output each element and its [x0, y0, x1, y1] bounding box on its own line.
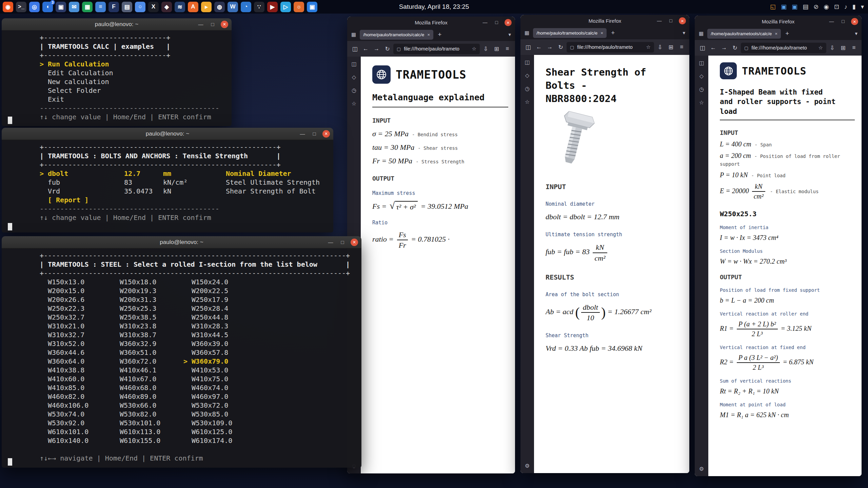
steel-section-option[interactable]: >W360x79.0: [183, 357, 255, 366]
firefox-titlebar[interactable]: Mozilla Firefox — □ ×: [520, 15, 689, 26]
tray-icon[interactable]: ⊘: [813, 3, 818, 11]
steel-section-option[interactable]: W200x22.5: [183, 286, 255, 295]
parameter-row[interactable]: fub 83 kN/cm² Steel Ultimate Strength: [40, 178, 333, 187]
steel-section-option[interactable]: W530x82.0: [112, 410, 183, 419]
tray-icon[interactable]: ◉: [824, 3, 829, 11]
downloads-icon[interactable]: ⇩: [481, 45, 491, 53]
firefox-view-icon[interactable]: ▦: [523, 30, 531, 36]
steel-section-option[interactable]: W250x28.4: [183, 304, 255, 313]
sidebar-toggle-icon[interactable]: ◫: [523, 44, 533, 51]
steel-section-option[interactable]: W360x57.8: [183, 348, 255, 357]
launcher-icon[interactable]: >_: [16, 2, 26, 12]
menu-item[interactable]: Select Folder: [40, 86, 232, 95]
steel-section-option[interactable]: W360x64.0: [40, 357, 112, 366]
steel-section-option[interactable]: W460x82.0: [40, 392, 112, 401]
maximize-button[interactable]: □: [209, 21, 216, 28]
sidebar-panel-icon[interactable]: ◫: [699, 60, 704, 66]
steel-section-option[interactable]: W150x18.0: [112, 278, 183, 286]
launcher-icon[interactable]: ◔: [241, 2, 251, 12]
steel-section-option[interactable]: W530x101.0: [112, 419, 183, 427]
sidebar-panel-icon[interactable]: ◫: [525, 59, 530, 65]
steel-section-option[interactable]: W310x21.0: [40, 322, 112, 330]
extensions-icon[interactable]: ⊞: [666, 44, 676, 51]
clock[interactable]: Saturday, April 18, 23:25: [399, 3, 469, 11]
launcher-icon[interactable]: ▤: [122, 2, 132, 12]
bookmark-star-icon[interactable]: ☆: [472, 46, 476, 52]
launcher-icon[interactable]: X: [148, 2, 159, 12]
launcher-icon[interactable]: ◆: [161, 2, 172, 12]
menu-item[interactable]: Exit: [40, 95, 232, 104]
close-button[interactable]: ×: [351, 239, 358, 246]
launcher-icon[interactable]: ▶: [267, 2, 278, 12]
steel-section-option[interactable]: W360x32.9: [112, 339, 183, 348]
terminal-titlebar[interactable]: paulo@lenovo: ~ — □ ×: [2, 18, 232, 30]
steel-section-option[interactable]: W410x46.1: [112, 366, 183, 374]
ai-chat-icon[interactable]: ◇: [352, 74, 356, 80]
launcher-icon[interactable]: W: [228, 2, 238, 12]
tray-icon[interactable]: ⊡: [834, 3, 839, 11]
steel-section-option[interactable]: W150x24.0: [183, 278, 255, 286]
minimize-button[interactable]: —: [828, 18, 835, 25]
maximize-button[interactable]: □: [339, 239, 346, 246]
launcher-icon[interactable]: ▣: [307, 2, 317, 12]
minimize-button[interactable]: —: [481, 19, 489, 26]
tab-list-chevron-icon[interactable]: ▾: [855, 30, 859, 37]
launcher-icon[interactable]: ▷: [280, 2, 291, 12]
steel-section-option[interactable]: W610x125.0: [183, 427, 255, 436]
bookmark-star-icon[interactable]: ☆: [646, 44, 651, 50]
maximize-button[interactable]: □: [493, 19, 500, 26]
menu-icon[interactable]: ≡: [849, 44, 859, 51]
steel-section-option[interactable]: W310x23.8: [112, 322, 183, 330]
menu-item[interactable]: New calculation: [40, 77, 232, 86]
url-text[interactable]: file:///home/paulo/trameto: [404, 46, 469, 52]
forward-icon[interactable]: →: [719, 44, 729, 51]
minimize-button[interactable]: —: [656, 17, 663, 24]
settings-gear-icon[interactable]: ⚙: [699, 466, 704, 472]
steel-section-option[interactable]: W250x25.3: [112, 304, 183, 313]
tab-close-icon[interactable]: ×: [427, 32, 430, 37]
tray-icon[interactable]: ▣: [781, 3, 787, 11]
extensions-icon[interactable]: ⊞: [838, 44, 848, 52]
steel-section-option[interactable]: W200x26.6: [40, 295, 112, 304]
steel-section-option[interactable]: W200x19.3: [112, 286, 183, 295]
steel-section-option[interactable]: W310x28.3: [183, 322, 255, 330]
steel-section-option[interactable]: W250x22.3: [40, 304, 112, 313]
minimize-button[interactable]: —: [197, 21, 204, 28]
new-tab-button[interactable]: +: [609, 29, 617, 37]
tray-icon[interactable]: ◱: [770, 3, 776, 11]
close-button[interactable]: ×: [851, 18, 858, 25]
steel-section-option[interactable]: W310x32.7: [40, 330, 112, 339]
tab-list-chevron-icon[interactable]: ▾: [508, 32, 512, 38]
launcher-icon[interactable]: ○: [135, 2, 145, 12]
launcher-icon[interactable]: ≋: [175, 2, 185, 12]
steel-section-option[interactable]: W410x85.0: [40, 383, 112, 392]
launcher-icon[interactable]: ≡: [95, 2, 106, 12]
steel-section-option[interactable]: W460x97.0: [183, 392, 255, 401]
history-icon[interactable]: ◷: [352, 87, 356, 94]
steel-section-option[interactable]: W410x67.0: [112, 374, 183, 383]
steel-section-option[interactable]: W200x15.0: [40, 286, 112, 295]
launcher-icon[interactable]: ▣: [56, 2, 66, 12]
reload-icon[interactable]: ↻: [382, 45, 392, 53]
close-button[interactable]: ×: [505, 19, 512, 26]
terminal-content[interactable]: +---------------------------------------…: [2, 248, 361, 468]
url-bar[interactable]: ▢ file:///home/paulo/trameto ☆: [741, 43, 826, 53]
bookmark-star-icon[interactable]: ☆: [818, 45, 823, 51]
close-button[interactable]: ×: [221, 21, 228, 28]
launcher-icon[interactable]: ▸: [201, 2, 212, 12]
history-icon[interactable]: ◷: [699, 86, 704, 93]
sidebar-panel-icon[interactable]: ◫: [351, 61, 356, 67]
steel-section-option[interactable]: W360x51.0: [112, 348, 183, 357]
steel-section-option[interactable]: W530x85.0: [183, 410, 255, 419]
steel-section-option[interactable]: W250x32.7: [40, 313, 112, 322]
tray-icon[interactable]: ▾: [861, 3, 864, 11]
steel-section-option[interactable]: W460x106.0: [40, 401, 112, 410]
downloads-icon[interactable]: ⇩: [827, 44, 837, 52]
tray-icon[interactable]: ▣: [792, 3, 797, 11]
report-button[interactable]: [ Report ]: [48, 196, 88, 204]
url-bar[interactable]: ▢ file:///home/paulo/trameto ☆: [393, 44, 480, 54]
steel-section-option[interactable]: W410x75.0: [183, 374, 255, 383]
launcher-icon[interactable]: ◎: [29, 2, 40, 12]
maximize-button[interactable]: □: [311, 130, 318, 138]
minimize-button[interactable]: —: [327, 239, 334, 246]
